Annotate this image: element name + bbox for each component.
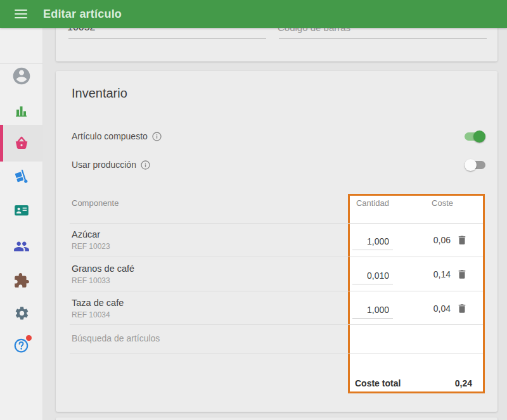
sidebar-item-account[interactable] xyxy=(0,63,43,89)
info-icon[interactable] xyxy=(152,132,162,141)
use-production-toggle[interactable] xyxy=(465,159,485,171)
sidebar-item-settings[interactable] xyxy=(0,300,43,326)
bar-chart-icon xyxy=(14,103,29,118)
component-ref: REF 10033 xyxy=(72,276,110,285)
delete-row-button[interactable] xyxy=(455,302,469,315)
toggle-knob xyxy=(465,159,477,171)
component-name: Azúcar xyxy=(72,229,100,239)
sidebar-item-apps[interactable] xyxy=(0,268,43,293)
people-icon xyxy=(13,238,30,255)
divider xyxy=(70,324,483,325)
quantity-input[interactable] xyxy=(352,301,393,319)
total-cost-label: Coste total xyxy=(355,378,401,388)
sidebar-item-inventory[interactable] xyxy=(0,165,43,190)
app-window: Inventario Artículo compuesto Usar produ… xyxy=(0,0,507,420)
hand-truck-icon xyxy=(13,169,30,186)
component-name: Granos de café xyxy=(72,264,134,274)
delete-row-button[interactable] xyxy=(455,267,469,281)
sku-underline xyxy=(68,38,266,39)
notification-badge xyxy=(26,335,32,341)
sidebar-item-items[interactable] xyxy=(0,130,43,156)
toggle-knob xyxy=(473,130,485,143)
puzzle-icon xyxy=(13,272,30,289)
page-title: Editar artículo xyxy=(43,8,122,21)
composite-item-label: Artículo compuesto xyxy=(72,131,162,141)
barcode-underline xyxy=(279,38,487,39)
column-header-component: Componente xyxy=(72,198,119,208)
component-name: Taza de cafe xyxy=(72,298,124,308)
sidebar-divider xyxy=(0,63,43,64)
contact-card-icon xyxy=(13,202,30,219)
component-ref: REF 10034 xyxy=(72,310,110,319)
next-card-edge xyxy=(56,417,497,420)
item-search-input[interactable] xyxy=(72,329,325,347)
divider xyxy=(70,291,483,291)
delete-row-button[interactable] xyxy=(455,233,469,247)
sidebar-item-reports[interactable] xyxy=(0,98,43,124)
cost-value: 0,14 xyxy=(433,269,451,279)
use-production-label-text: Usar producción xyxy=(72,160,136,170)
app-bar: Editar artículo xyxy=(0,0,507,28)
quantity-input[interactable] xyxy=(352,267,393,284)
hamburger-menu-icon[interactable] xyxy=(15,10,27,18)
inventory-section-title: Inventario xyxy=(72,86,127,101)
cost-value: 0,06 xyxy=(433,235,451,245)
composite-item-toggle[interactable] xyxy=(465,130,485,143)
info-icon[interactable] xyxy=(141,160,150,170)
sidebar-item-help[interactable] xyxy=(0,333,43,358)
divider xyxy=(70,223,483,224)
account-circle-icon xyxy=(11,66,32,86)
trash-icon xyxy=(456,234,468,246)
sidebar-item-customers[interactable] xyxy=(0,198,43,223)
quantity-input[interactable] xyxy=(352,232,393,250)
sidebar-item-employees[interactable] xyxy=(0,234,43,259)
column-header-cost: Coste xyxy=(418,198,466,208)
sidebar xyxy=(0,28,43,420)
trash-icon xyxy=(456,269,468,280)
trash-icon xyxy=(456,303,468,314)
inventory-card: Inventario Artículo compuesto Usar produ… xyxy=(56,71,497,412)
total-cost-value: 0,24 xyxy=(455,378,472,388)
gear-icon xyxy=(14,305,30,321)
divider xyxy=(70,257,483,257)
composite-item-label-text: Artículo compuesto xyxy=(72,131,148,141)
basket-icon xyxy=(13,135,30,151)
highlight-annotation xyxy=(348,194,485,393)
divider xyxy=(70,353,483,353)
use-production-label: Usar producción xyxy=(72,160,150,170)
component-ref: REF 10023 xyxy=(72,242,110,251)
column-header-quantity: Cantidad xyxy=(347,198,398,208)
cost-value: 0,04 xyxy=(433,303,451,314)
